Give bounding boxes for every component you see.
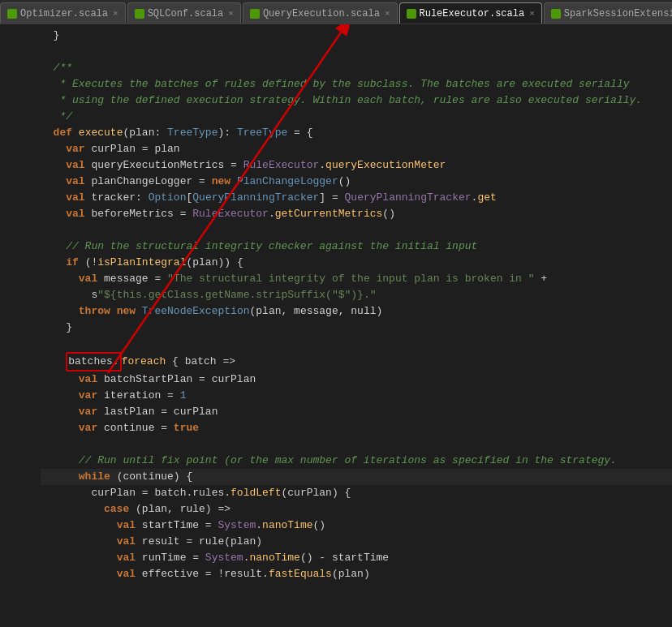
code-line: */ [41,109,672,125]
line-text: */ [41,109,672,125]
line-text: curPlan = batch.rules.foldLeft(curPlan) … [41,485,672,501]
code-line: /** [41,60,672,76]
code-line: def execute(plan: TreeType): TreeType = … [41,125,672,141]
line-text: val batchStartPlan = curPlan [41,371,672,388]
code-line: s"${this.getClass.getName.stripSuffix("$… [41,287,672,303]
line-text: val queryExecutionMetrics = RuleExecutor… [41,157,672,174]
code-line: val result = rule(plan) [41,534,672,550]
code-line: val beforeMetrics = RuleExecutor.getCurr… [41,206,672,222]
scala-icon-5 [551,9,561,19]
code-line: val message = "The structural integrity … [41,271,672,287]
batches-highlight: batches. [66,352,121,371]
line-text: val beforeMetrics = RuleExecutor.getCurr… [41,206,672,222]
line-text: var iteration = 1 [41,388,672,404]
line-text: def execute(plan: TreeType): TreeType = … [41,125,672,141]
code-line: } [41,28,672,44]
tab-label-queryexecution: QueryExecution.scala [263,8,380,19]
line-text [41,336,672,352]
code-area: } /** * Executes the batches of rules de… [0,24,672,627]
line-text [41,436,672,453]
scala-icon [7,9,17,19]
code-line: var continue = true [41,420,672,436]
tab-queryexecution[interactable]: QueryExecution.scala × [243,2,398,24]
line-text: val message = "The structural integrity … [41,271,672,287]
line-text: if (!isPlanIntegral(plan)) { [41,255,672,271]
code-line [41,222,672,238]
line-text: var curPlan = plan [41,141,672,157]
code-line: val tracker: Option[QueryPlanningTracker… [41,190,672,206]
close-ruleexecutor[interactable]: × [529,9,535,19]
line-text: } [41,320,672,336]
code-line: var lastPlan = curPlan [41,404,672,420]
line-text: val effective = !result.fastEquals(plan) [41,566,672,582]
code-line: } [41,320,672,336]
line-text: throw new TreeNodeException(plan, messag… [41,303,672,320]
line-text: // Run until fix point (or the max numbe… [41,453,672,469]
tab-sparksessionextensions[interactable]: SparkSessionExtensions.scala × [544,2,672,24]
tab-sqlconf[interactable]: SQLConf.scala × [127,2,241,24]
code-line: curPlan = batch.rules.foldLeft(curPlan) … [41,485,672,501]
line-text: /** [41,60,672,76]
tab-label-optimizer: Optimizer.scala [20,8,108,19]
line-text [41,44,672,60]
scala-icon-3 [250,9,260,19]
line-text: val startTime = System.nanoTime() [41,517,672,534]
code-line-batches: batches.foreach { batch => [41,352,672,371]
tab-optimizer[interactable]: Optimizer.scala × [0,2,126,24]
line-text: val tracker: Option[QueryPlanningTracker… [41,190,672,206]
code-line: * using the defined execution strategy. … [41,92,672,109]
code-content: } /** * Executes the batches of rules de… [0,24,672,586]
code-line: if (!isPlanIntegral(plan)) { [41,255,672,271]
close-queryexecution[interactable]: × [385,9,390,19]
code-line [41,44,672,60]
close-optimizer[interactable]: × [113,9,118,19]
tab-ruleexecutor[interactable]: RuleExecutor.scala × [399,2,542,24]
code-line-while: while (continue) { [41,469,672,485]
line-text: // Run the structural integrity checker … [41,238,672,255]
close-sqlconf[interactable]: × [228,9,234,19]
line-text [41,222,672,238]
line-text: * using the defined execution strategy. … [41,92,672,109]
line-text: var continue = true [41,420,672,436]
line-text: batches.foreach { batch => [41,352,672,371]
code-line: // Run the structural integrity checker … [41,238,672,255]
code-line: case (plan, rule) => [41,501,672,517]
line-text: var lastPlan = curPlan [41,404,672,420]
line-text: val runTime = System.nanoTime() - startT… [41,550,672,566]
code-line: * Executes the batches of rules defined … [41,76,672,92]
code-line: val effective = !result.fastEquals(plan) [41,566,672,582]
scala-icon-2 [135,9,144,19]
tab-bar: Optimizer.scala × SQLConf.scala × QueryE… [0,0,672,24]
code-line: // Run until fix point (or the max numbe… [41,453,672,469]
line-text: * Executes the batches of rules defined … [41,76,672,92]
line-text: case (plan, rule) => [41,501,672,517]
code-line: var iteration = 1 [41,388,672,404]
code-line [41,436,672,453]
line-text: while (continue) { [41,469,672,485]
tab-label-ruleexecutor: RuleExecutor.scala [420,8,525,19]
code-line [41,336,672,352]
tab-label-sqlconf: SQLConf.scala [148,8,224,19]
line-text: } [41,28,672,44]
scala-icon-4 [407,9,416,19]
line-text: s"${this.getClass.getName.stripSuffix("$… [41,287,672,303]
code-line: val planChangeLogger = new PlanChangeLog… [41,174,672,190]
code-line: throw new TreeNodeException(plan, messag… [41,303,672,320]
code-line: val startTime = System.nanoTime() [41,517,672,534]
code-line: val queryExecutionMetrics = RuleExecutor… [41,157,672,174]
line-text: val result = rule(plan) [41,534,672,550]
tab-label-sparksessionextensions: SparkSessionExtensions.scala [564,8,672,19]
code-line: val runTime = System.nanoTime() - startT… [41,550,672,566]
line-text: val planChangeLogger = new PlanChangeLog… [41,174,672,190]
code-line: var curPlan = plan [41,141,672,157]
code-line: val batchStartPlan = curPlan [41,371,672,388]
